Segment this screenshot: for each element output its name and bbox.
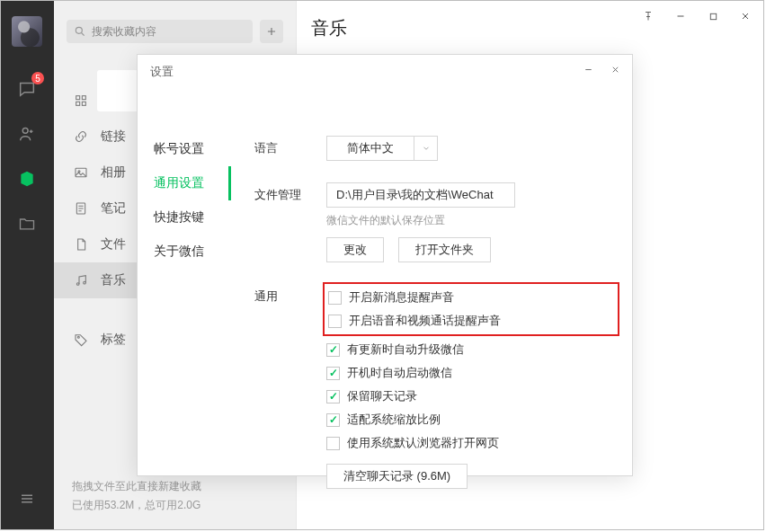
search-placeholder: 搜索收藏内容: [92, 24, 156, 40]
fav-item-label: 音乐: [101, 272, 126, 288]
settings-tabs: 帐号设置 通用设置 快捷按键 关于微信: [148, 132, 231, 269]
svg-rect-12: [710, 13, 716, 19]
left-rail: 5: [0, 0, 54, 530]
chevron-down-icon: [414, 137, 437, 160]
svg-point-9: [76, 283, 79, 286]
checkbox-box: [326, 413, 340, 427]
svg-rect-5: [82, 102, 85, 105]
check-label: 开机时自动启动微信: [347, 365, 452, 381]
rail-files-icon[interactable]: [12, 208, 42, 239]
svg-point-1: [76, 27, 82, 33]
checkbox-box: [326, 390, 340, 403]
settings-content: 语言 简体中文 文件管理 D:\用户目录\我的文档\WeChat 微信文件的默认…: [254, 136, 616, 459]
music-icon: [72, 271, 90, 289]
fav-item-label: 笔记: [101, 200, 126, 217]
tab-account[interactable]: 帐号设置: [148, 132, 231, 166]
page-title: 音乐: [311, 16, 347, 40]
check-label: 适配系统缩放比例: [347, 412, 441, 428]
tab-shortcut[interactable]: 快捷按键: [148, 200, 231, 235]
fav-item-label: 标签: [101, 332, 126, 348]
checkbox-box: [326, 367, 340, 380]
settings-modal: 设置 帐号设置 通用设置 快捷按键 关于微信 语言 简体中文: [137, 54, 633, 476]
rail-chat-icon[interactable]: 5: [12, 74, 42, 104]
check-auto-update[interactable]: 有更新时自动升级微信: [326, 338, 616, 361]
close-button[interactable]: [730, 5, 761, 27]
check-label: 保留聊天记录: [347, 388, 417, 404]
check-label: 有更新时自动升级微信: [347, 341, 464, 358]
svg-rect-2: [76, 96, 80, 100]
footer-hint-line1: 拖拽文件至此直接新建收藏: [72, 477, 201, 495]
highlight-annotation: 开启新消息提醒声音 开启语音和视频通话提醒声音: [323, 282, 619, 336]
search-input[interactable]: 搜索收藏内容: [67, 20, 253, 43]
checkbox-box: [326, 343, 340, 357]
language-select[interactable]: 简体中文: [326, 136, 438, 161]
check-auto-start[interactable]: 开机时自动启动微信: [326, 361, 616, 385]
settings-minimize-button[interactable]: [574, 58, 601, 80]
pin-button[interactable]: [633, 5, 664, 27]
chat-badge: 5: [31, 72, 44, 84]
check-default-browser[interactable]: 使用系统默认浏览器打开网页: [326, 431, 616, 455]
grid-icon: [72, 92, 90, 110]
checkbox-box: [328, 291, 342, 305]
fav-item-label: 文件: [101, 236, 126, 253]
svg-rect-4: [76, 102, 80, 105]
files-label: 文件管理: [254, 182, 326, 203]
checkbox-box: [328, 315, 342, 328]
add-button[interactable]: [260, 20, 283, 43]
file-icon: [72, 235, 90, 253]
change-folder-button[interactable]: 更改: [326, 237, 384, 262]
open-folder-button[interactable]: 打开文件夹: [398, 237, 491, 262]
files-hint: 微信文件的默认保存位置: [326, 213, 616, 228]
window-controls: [633, 5, 761, 27]
tag-icon: [72, 331, 90, 349]
clear-history-button[interactable]: 清空聊天记录 (9.6M): [326, 464, 468, 489]
svg-rect-3: [82, 96, 85, 100]
search-icon: [74, 25, 86, 38]
checkbox-box: [326, 437, 340, 450]
check-av-call-sound[interactable]: 开启语音和视频通话提醒声音: [328, 309, 614, 332]
footer-hint-line2: 已使用53.2M，总可用2.0G: [72, 496, 201, 514]
tab-about[interactable]: 关于微信: [148, 235, 231, 269]
tab-general[interactable]: 通用设置: [148, 166, 231, 200]
image-icon: [72, 164, 90, 182]
rail-favorites-icon[interactable]: [12, 164, 42, 194]
rail-contacts-icon[interactable]: [12, 119, 42, 149]
note-icon: [72, 200, 90, 217]
link-icon: [72, 128, 90, 146]
check-label: 使用系统默认浏览器打开网页: [347, 435, 499, 451]
avatar[interactable]: [12, 16, 42, 47]
minimize-button[interactable]: [665, 5, 696, 27]
fav-item-label: 相册: [101, 164, 126, 181]
svg-point-11: [77, 336, 79, 338]
check-keep-history[interactable]: 保留聊天记录: [326, 385, 616, 408]
general-label: 通用: [254, 284, 326, 305]
check-label: 开启新消息提醒声音: [349, 289, 454, 306]
svg-point-0: [22, 128, 28, 133]
favorites-footer: 拖拽文件至此直接新建收藏 已使用53.2M，总可用2.0G: [72, 477, 201, 514]
check-new-msg-sound[interactable]: 开启新消息提醒声音: [328, 286, 614, 309]
check-scale[interactable]: 适配系统缩放比例: [326, 408, 616, 431]
svg-point-10: [84, 281, 86, 284]
files-path[interactable]: D:\用户目录\我的文档\WeChat: [326, 182, 515, 208]
fav-item-label: 链接: [101, 129, 126, 145]
language-value: 简体中文: [327, 137, 414, 160]
check-label: 开启语音和视频通话提醒声音: [349, 313, 501, 329]
maximize-button[interactable]: [698, 5, 728, 27]
settings-close-button[interactable]: [601, 58, 628, 80]
language-label: 语言: [254, 136, 326, 156]
card-placeholder: [97, 70, 138, 111]
rail-menu-icon[interactable]: [12, 483, 42, 514]
settings-title: 设置: [150, 64, 174, 80]
